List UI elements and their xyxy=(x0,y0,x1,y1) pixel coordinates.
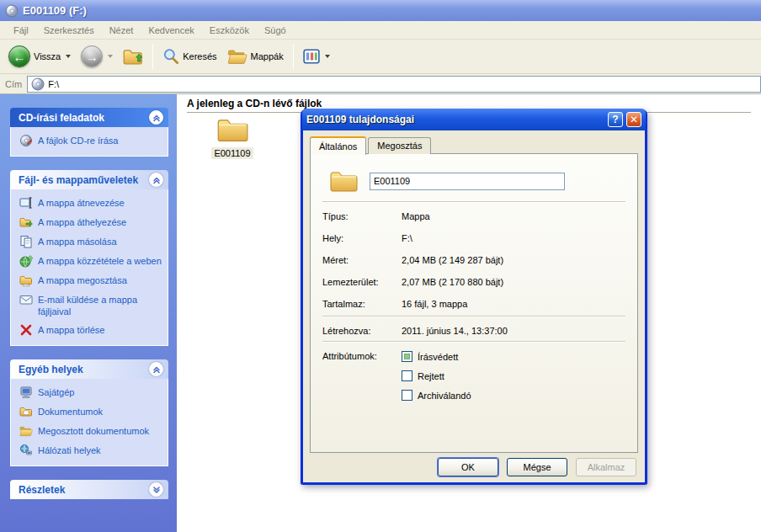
tab-sharing[interactable]: Megosztás xyxy=(368,137,431,154)
menu-favorites[interactable]: Kedvencek xyxy=(141,23,200,38)
panel-title: Részletek xyxy=(19,484,65,496)
sidebar-item-share-folder[interactable]: A mappa megosztása xyxy=(19,274,162,287)
cancel-button[interactable]: Mégse xyxy=(507,458,567,476)
dialog-titlebar[interactable]: E001109 tulajdonságai ? ✕ xyxy=(302,109,646,130)
panel-title: Fájl- és mappaműveletek xyxy=(19,174,138,186)
location-value: F:\ xyxy=(402,233,412,243)
panel-other-places: Egyéb helyek Sajátgép Dokumentumok Megos… xyxy=(10,359,168,466)
sidebar-item-rename-folder[interactable]: A mappa átnevezése xyxy=(19,196,162,210)
expand-button[interactable] xyxy=(149,482,163,497)
menu-tools[interactable]: Eszközök xyxy=(203,23,256,38)
collapse-button[interactable] xyxy=(149,110,163,125)
panel-header-file-folder[interactable]: Fájl- és mappaműveletek xyxy=(10,170,168,189)
size-on-disk-value: 2,07 MB (2 170 880 bájt) xyxy=(402,277,503,287)
sidebar-item-shared-documents[interactable]: Megosztott dokumentumok xyxy=(19,424,162,438)
file-item-e001109[interactable]: E001109 xyxy=(200,116,264,159)
contains-value: 16 fájl, 3 mappa xyxy=(402,299,467,309)
menu-view[interactable]: Nézet xyxy=(103,23,141,38)
attributes-label: Attribútumok: xyxy=(322,351,402,401)
archive-label: Archiválandó xyxy=(418,391,471,401)
collapse-button[interactable] xyxy=(149,173,163,187)
sidebar-item-delete-folder[interactable]: A mappa törlése xyxy=(19,323,162,337)
checkbox-archive[interactable]: Archiválandó xyxy=(402,390,471,401)
ok-button[interactable]: OK xyxy=(438,458,498,476)
help-button[interactable]: ? xyxy=(608,112,623,127)
size-value: 2,04 MB (2 149 287 bájt) xyxy=(402,255,503,265)
forward-button[interactable]: → xyxy=(77,43,116,70)
sidebar-item-publish-folder-web[interactable]: A mappa közzététele a weben xyxy=(19,254,162,268)
back-icon: ← xyxy=(8,45,30,67)
up-button[interactable] xyxy=(120,45,146,68)
menu-edit[interactable]: Szerkesztés xyxy=(37,23,101,38)
folder-name-input[interactable] xyxy=(370,173,565,190)
sidebar-item-my-documents[interactable]: Dokumentumok xyxy=(19,405,162,418)
copy-icon xyxy=(19,235,33,248)
search-button[interactable]: Keresés xyxy=(159,45,220,67)
task-item-label: A mappa átnevezése xyxy=(38,196,125,209)
folder-icon xyxy=(216,116,248,143)
address-bar: Cím F:\ xyxy=(0,74,761,94)
collapse-button[interactable] xyxy=(149,362,163,376)
read-only-label: Írásvédett xyxy=(418,352,458,362)
address-combobox[interactable]: F:\ xyxy=(27,76,761,93)
read-only-checkbox-indeterminate[interactable] xyxy=(402,351,412,362)
up-folder-icon xyxy=(123,47,143,66)
location-label: Hely: xyxy=(322,233,402,243)
close-button[interactable]: ✕ xyxy=(626,112,641,127)
size-on-disk-label: Lemezterület: xyxy=(322,277,402,287)
contains-label: Tartalmaz: xyxy=(322,299,402,309)
task-item-label: A mappa áthelyezése xyxy=(38,215,126,228)
sidebar-item-network-places[interactable]: Hálózati helyek xyxy=(19,444,162,457)
archive-checkbox-unchecked[interactable] xyxy=(402,390,412,401)
menu-help[interactable]: Súgó xyxy=(258,23,293,38)
sidebar-item-copy-folder[interactable]: A mappa másolása xyxy=(19,235,162,248)
toolbar-separator xyxy=(152,44,153,69)
folders-icon xyxy=(227,48,247,65)
task-item-label: A mappa megosztása xyxy=(38,274,127,286)
tab-page-general: Típus: Mappa Hely: F:\ Méret: 2,04 MB (2… xyxy=(310,153,638,453)
views-button[interactable] xyxy=(300,46,333,66)
folders-button[interactable]: Mappák xyxy=(224,45,287,67)
size-label: Méret: xyxy=(322,255,402,265)
window-titlebar[interactable]: E001109 (F:) xyxy=(0,0,761,21)
network-places-icon xyxy=(19,444,33,457)
sidebar-item-write-files-to-cd[interactable]: A fájlok CD-re írása xyxy=(19,134,162,147)
rename-icon xyxy=(19,196,33,210)
back-dropdown-caret[interactable] xyxy=(66,55,71,58)
dialog-button-row: OK Mégse Alkalmaz xyxy=(438,458,636,476)
task-item-label: Hálózati helyek xyxy=(38,444,101,456)
views-dropdown-caret[interactable] xyxy=(325,55,330,58)
explorer-window: E001109 (F:) Fájl Szerkesztés Nézet Kedv… xyxy=(0,0,761,532)
task-item-label: E-mail küldése a mappa fájljaival xyxy=(38,293,162,317)
address-label: Cím xyxy=(5,79,22,89)
toolbar-separator xyxy=(293,44,294,69)
back-button[interactable]: ← Vissza xyxy=(5,43,74,70)
tab-general[interactable]: Általános xyxy=(310,136,366,155)
sidebar-item-move-folder[interactable]: A mappa áthelyezése xyxy=(19,215,162,229)
checkbox-read-only[interactable]: Írásvédett xyxy=(402,351,471,362)
dialog-title: E001109 tulajdonságai xyxy=(306,114,604,125)
hidden-checkbox-unchecked[interactable] xyxy=(402,370,412,381)
folder-icon xyxy=(329,169,358,193)
documents-icon xyxy=(19,405,33,418)
window-title: E001109 (F:) xyxy=(23,4,87,17)
checkbox-hidden[interactable]: Rejtett xyxy=(402,370,471,381)
menu-bar: Fájl Szerkesztés Nézet Kedvencek Eszközö… xyxy=(0,21,761,40)
task-item-label: Sajátgép xyxy=(38,386,74,398)
cd-drive-icon xyxy=(31,77,45,91)
sidebar-item-my-computer[interactable]: Sajátgép xyxy=(19,386,162,399)
panel-header-cd-writing[interactable]: CD-írási feladatok xyxy=(10,108,168,127)
menu-file[interactable]: Fájl xyxy=(7,23,35,38)
task-item-label: A mappa törlése xyxy=(38,323,105,336)
panel-file-folder-tasks: Fájl- és mappaműveletek A mappa átnevezé… xyxy=(10,170,168,346)
panel-header-details[interactable]: Részletek xyxy=(10,480,168,499)
delete-icon xyxy=(19,323,33,337)
panel-header-other-places[interactable]: Egyéb helyek xyxy=(10,359,168,379)
sidebar-item-email-folder-files[interactable]: E-mail küldése a mappa fájljaival xyxy=(19,293,162,317)
forward-dropdown-caret xyxy=(108,55,113,58)
search-icon xyxy=(162,48,179,65)
move-icon xyxy=(19,215,33,229)
dialog-tabs: Általános Megosztás xyxy=(310,137,638,154)
publish-web-icon xyxy=(19,254,33,268)
separator xyxy=(322,316,625,317)
